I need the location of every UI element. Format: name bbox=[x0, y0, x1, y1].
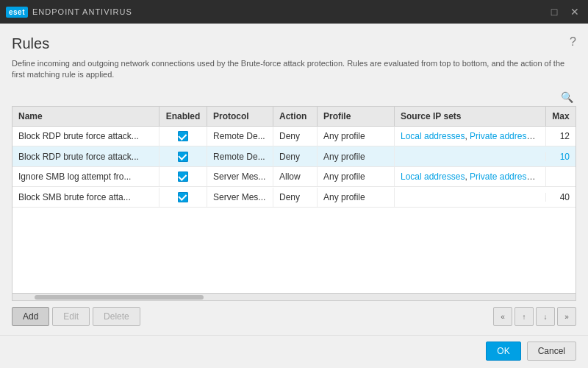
content-area: Rules ? Define incoming and outgoing net… bbox=[0, 24, 588, 335]
horizontal-scrollbar[interactable] bbox=[12, 293, 576, 300]
checkbox-1 bbox=[178, 152, 188, 162]
cell-name-2: Ignore SMB log attempt fro... bbox=[12, 167, 159, 186]
page-description: Define incoming and outgoing network con… bbox=[12, 58, 576, 81]
scrollbar-thumb bbox=[35, 295, 204, 300]
down-button[interactable]: ↓ bbox=[536, 307, 555, 326]
cell-profile-2: Any profile bbox=[318, 167, 395, 186]
cell-protocol-3: Server Mes... bbox=[207, 188, 273, 207]
cell-profile-3: Any profile bbox=[318, 188, 395, 207]
col-header-max: Max bbox=[546, 107, 576, 126]
cell-enabled-1 bbox=[159, 146, 207, 166]
cell-source-3 bbox=[395, 193, 546, 202]
col-header-protocol: Protocol bbox=[207, 107, 273, 126]
cell-name-0: Block RDP brute force attack... bbox=[12, 127, 159, 146]
checkbox-2 bbox=[178, 171, 188, 182]
delete-button[interactable]: Delete bbox=[93, 307, 140, 326]
page-title: Rules bbox=[12, 35, 49, 52]
table-row[interactable]: Ignore SMB log attempt fro... Server Mes… bbox=[12, 167, 576, 188]
col-header-name: Name bbox=[12, 107, 159, 126]
edit-button[interactable]: Edit bbox=[52, 307, 90, 326]
cell-profile-0: Any profile bbox=[318, 127, 395, 146]
help-icon[interactable]: ? bbox=[570, 35, 576, 49]
col-header-profile: Profile bbox=[318, 107, 395, 126]
cell-action-2: Allow bbox=[273, 167, 318, 186]
cell-max-2 bbox=[546, 172, 576, 181]
cell-name-1: Block RDP brute force attack... bbox=[12, 147, 159, 166]
cell-max-0: 12 bbox=[546, 127, 576, 146]
cell-max-3: 40 bbox=[546, 188, 576, 207]
cell-action-1: Deny bbox=[273, 147, 318, 166]
main-window: eset ENDPOINT ANTIVIRUS □ ✕ Rules ? Defi… bbox=[0, 0, 588, 368]
cell-protocol-0: Remote De... bbox=[207, 127, 273, 146]
cell-protocol-2: Server Mes... bbox=[207, 167, 273, 186]
table-toolbar: 🔍 bbox=[12, 90, 576, 105]
titlebar: eset ENDPOINT ANTIVIRUS □ ✕ bbox=[0, 0, 588, 24]
up-button[interactable]: ↑ bbox=[514, 307, 534, 326]
table-row[interactable]: Block RDP brute force attack... Remote D… bbox=[12, 127, 576, 147]
table-row[interactable]: Block RDP brute force attack... Remote D… bbox=[12, 146, 576, 167]
cell-source-0: Local addresses, Private addresses bbox=[395, 127, 546, 146]
footer: OK Cancel bbox=[0, 335, 588, 368]
cell-enabled-2 bbox=[159, 167, 207, 187]
add-button[interactable]: Add bbox=[12, 307, 49, 326]
cell-protocol-1: Remote De... bbox=[207, 147, 273, 166]
checkbox-0 bbox=[178, 131, 188, 141]
page-header: Rules ? bbox=[12, 35, 576, 52]
col-header-action: Action bbox=[273, 107, 318, 126]
cell-action-3: Deny bbox=[273, 188, 318, 207]
col-header-enabled: Enabled bbox=[159, 107, 207, 126]
first-button[interactable]: « bbox=[493, 307, 512, 326]
cell-enabled-3 bbox=[159, 187, 207, 207]
rules-table: Name Enabled Protocol Action Profile Sou… bbox=[12, 106, 576, 301]
table-body: Block RDP brute force attack... Remote D… bbox=[12, 127, 576, 293]
col-header-source: Source IP sets bbox=[395, 107, 546, 126]
cell-enabled-0 bbox=[159, 127, 207, 146]
app-title: ENDPOINT ANTIVIRUS bbox=[32, 7, 132, 16]
table-header: Name Enabled Protocol Action Profile Sou… bbox=[12, 107, 576, 127]
checkbox-3 bbox=[178, 192, 188, 202]
ok-button[interactable]: OK bbox=[486, 342, 520, 361]
cancel-button[interactable]: Cancel bbox=[527, 342, 576, 361]
cell-source-2: Local addresses, Private addresses bbox=[395, 167, 546, 186]
cell-name-3: Block SMB brute force atta... bbox=[12, 188, 159, 207]
cell-source-1 bbox=[395, 152, 546, 161]
minimize-button[interactable]: □ bbox=[547, 4, 562, 19]
cell-action-0: Deny bbox=[273, 127, 318, 146]
search-button[interactable]: 🔍 bbox=[558, 90, 576, 105]
cell-max-1: 10 bbox=[546, 147, 576, 166]
cell-profile-1: Any profile bbox=[318, 147, 395, 166]
window-controls: □ ✕ bbox=[547, 4, 582, 19]
app-logo: eset ENDPOINT ANTIVIRUS bbox=[6, 7, 132, 18]
bottom-toolbar: Add Edit Delete « ↑ ↓ » bbox=[12, 301, 576, 329]
close-button[interactable]: ✕ bbox=[567, 4, 582, 19]
last-button[interactable]: » bbox=[557, 307, 576, 326]
navigation-buttons: « ↑ ↓ » bbox=[493, 307, 576, 326]
eset-brand: eset bbox=[6, 7, 28, 18]
table-row[interactable]: Block SMB brute force atta... Server Mes… bbox=[12, 187, 576, 208]
